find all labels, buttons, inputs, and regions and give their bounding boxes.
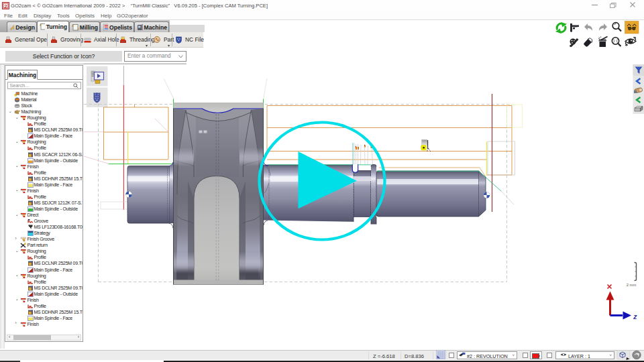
svg-text:z: z	[633, 312, 637, 320]
svg-text:2: 2	[4, 3, 7, 9]
svg-text:2 mm: 2 mm	[627, 283, 637, 287]
